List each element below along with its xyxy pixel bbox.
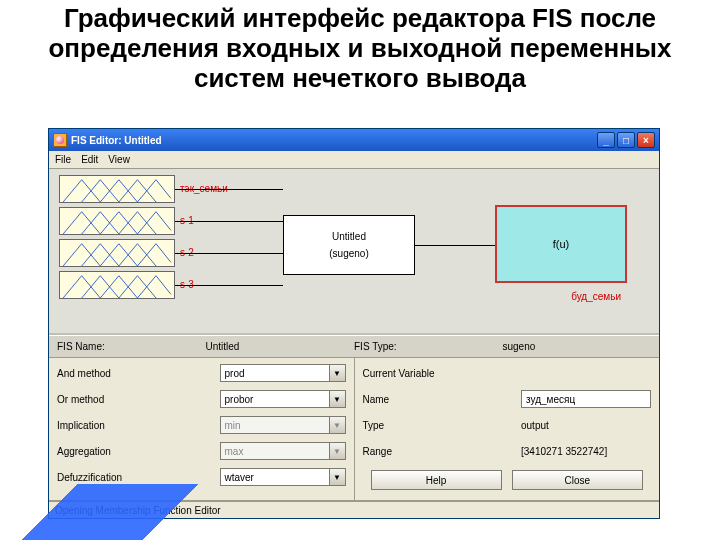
diagram-canvas: тэк_семьи s-1 s-2 s-3 Untitled (sugeno) [49, 169, 659, 335]
help-button[interactable]: Help [371, 470, 502, 490]
output-var-box[interactable]: f(u) [495, 205, 627, 283]
curvar-range-value: [3410271 3522742] [521, 446, 651, 457]
fis-name-label: FIS Name: [57, 341, 206, 352]
input-var-4[interactable]: s-3 [59, 271, 175, 299]
window-title: FIS Editor: Untitled [71, 135, 162, 146]
chevron-down-icon: ▼ [329, 365, 345, 381]
curvar-type-label: Type [363, 420, 522, 431]
menu-view[interactable]: View [108, 154, 130, 165]
close-button[interactable]: Close [512, 470, 643, 490]
chevron-down-icon: ▼ [329, 391, 345, 407]
chevron-down-icon: ▼ [329, 417, 345, 433]
minimize-button[interactable]: _ [597, 132, 615, 148]
engine-name: Untitled [332, 231, 366, 242]
and-method-label: And method [57, 368, 220, 379]
fis-type-label: FIS Type: [354, 341, 503, 352]
engine-type: (sugeno) [329, 248, 368, 259]
input-var-3[interactable]: s-2 [59, 239, 175, 267]
curvar-type-value: output [521, 420, 651, 431]
curvar-name-label: Name [363, 394, 522, 405]
or-method-label: Or method [57, 394, 220, 405]
matlab-icon [53, 133, 67, 147]
output-var-label: буд_семьи [571, 291, 621, 302]
titlebar: FIS Editor: Untitled _ □ × [49, 129, 659, 151]
input-var-2[interactable]: s-1 [59, 207, 175, 235]
maximize-button[interactable]: □ [617, 132, 635, 148]
fis-type-value: sugeno [503, 341, 652, 352]
properties-panels: And method prod▼ Or method probor▼ Impli… [49, 358, 659, 500]
slide-title: Графический интерфейс редактора FIS посл… [0, 0, 720, 96]
fis-info-row: FIS Name: Untitled FIS Type: sugeno [49, 335, 659, 358]
current-var-heading: Current Variable [363, 368, 652, 379]
aggregation-combo[interactable]: max▼ [220, 442, 346, 460]
input-var-1[interactable]: тэк_семьи [59, 175, 175, 203]
fis-name-value: Untitled [206, 341, 355, 352]
chevron-down-icon: ▼ [329, 469, 345, 485]
methods-panel: And method prod▼ Or method probor▼ Impli… [49, 358, 355, 500]
defuzz-combo[interactable]: wtaver▼ [220, 468, 346, 486]
implication-combo[interactable]: min▼ [220, 416, 346, 434]
and-method-combo[interactable]: prod▼ [220, 364, 346, 382]
rule-engine-box[interactable]: Untitled (sugeno) [283, 215, 415, 275]
inputs-column: тэк_семьи s-1 s-2 s-3 [59, 175, 189, 299]
aggregation-label: Aggregation [57, 446, 220, 457]
chevron-down-icon: ▼ [329, 443, 345, 459]
defuzz-label: Defuzzification [57, 472, 220, 483]
close-window-button[interactable]: × [637, 132, 655, 148]
curvar-range-label: Range [363, 446, 522, 457]
current-variable-panel: Current Variable Name зуд_месяц Type out… [355, 358, 660, 500]
menu-edit[interactable]: Edit [81, 154, 98, 165]
menubar: File Edit View [49, 151, 659, 169]
implication-label: Implication [57, 420, 220, 431]
or-method-combo[interactable]: probor▼ [220, 390, 346, 408]
output-fn-label: f(u) [553, 238, 570, 250]
menu-file[interactable]: File [55, 154, 71, 165]
curvar-name-field[interactable]: зуд_месяц [521, 390, 651, 408]
slide-accent-decoration [0, 484, 220, 540]
fis-editor-window: FIS Editor: Untitled _ □ × File Edit Vie… [48, 128, 660, 519]
